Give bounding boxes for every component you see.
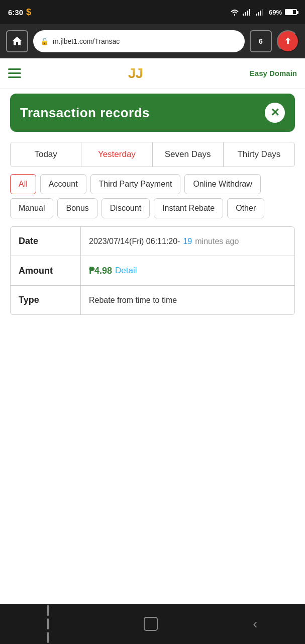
nav-home-button[interactable]	[144, 617, 158, 631]
page-banner: Transaction records ✕	[10, 94, 295, 132]
date-ago-number: 19	[183, 237, 192, 246]
svg-rect-7	[262, 9, 263, 16]
date-btn-seven[interactable]: Seven Days	[153, 142, 224, 167]
svg-rect-2	[247, 11, 248, 16]
transaction-table: Date 2023/07/14(Fri) 06:11:20-19 minutes…	[10, 226, 295, 315]
status-bar: 6:30 $ 69%	[0, 0, 305, 24]
date-filter-row: Today Yesterday Seven Days Thirty Days	[10, 142, 295, 167]
close-button[interactable]: ✕	[265, 103, 285, 123]
battery-icon	[285, 9, 297, 15]
cat-btn-discount[interactable]: Discount	[101, 198, 150, 218]
battery-percent: 69%	[269, 9, 282, 16]
cat-btn-bonus[interactable]: Bonus	[57, 198, 97, 218]
svg-rect-1	[245, 12, 246, 16]
upload-button[interactable]	[277, 30, 299, 52]
date-main: 2023/07/14(Fri) 06:11:20-	[89, 237, 180, 246]
hamburger-button[interactable]	[8, 68, 21, 78]
logo-text: JJ	[128, 65, 143, 82]
recents-icon	[47, 605, 49, 643]
filter-section: Today Yesterday Seven Days Thirty Days A…	[0, 132, 305, 218]
amount-label: Amount	[11, 256, 81, 285]
cat-btn-all[interactable]: All	[10, 174, 36, 194]
date-label: Date	[11, 227, 81, 256]
category-filter: All Account Third Party Payment Online W…	[10, 174, 295, 218]
table-row-date: Date 2023/07/14(Fri) 06:11:20-19 minutes…	[11, 227, 294, 256]
cat-btn-account[interactable]: Account	[40, 174, 86, 194]
bottom-nav: ‹	[0, 604, 305, 644]
hamburger-line2	[8, 72, 21, 74]
nav-back-button[interactable]: ‹	[253, 616, 257, 632]
cat-btn-other[interactable]: Other	[227, 198, 264, 218]
table-row-type: Type Rebate from time to time	[11, 286, 294, 314]
wifi-icon	[230, 9, 240, 16]
detail-link[interactable]: Detail	[115, 266, 137, 276]
url-text: m.jlbet1.com/Transac	[53, 37, 120, 45]
type-value: Rebate from time to time	[81, 286, 294, 314]
amount-value: ₱4.98 Detail	[81, 256, 294, 285]
cat-btn-third-party[interactable]: Third Party Payment	[90, 174, 181, 194]
lock-icon: 🔒	[40, 37, 49, 45]
back-icon: ‹	[253, 616, 257, 632]
home-nav-icon	[144, 617, 158, 631]
table-row-amount: Amount ₱4.98 Detail	[11, 256, 294, 286]
signal2-icon	[256, 9, 266, 16]
svg-rect-5	[258, 12, 259, 16]
tab-button[interactable]: 6	[250, 30, 272, 52]
date-btn-today[interactable]: Today	[11, 142, 81, 167]
date-btn-yesterday[interactable]: Yesterday	[81, 142, 152, 167]
status-left: 6:30 $	[8, 7, 31, 18]
date-ago-text: minutes ago	[195, 237, 239, 246]
svg-rect-0	[243, 14, 244, 16]
date-btn-thirty[interactable]: Thirty Days	[224, 142, 294, 167]
svg-rect-4	[256, 14, 257, 16]
amount-number: ₱4.98	[89, 265, 112, 276]
upload-icon	[282, 36, 293, 47]
cat-btn-manual[interactable]: Manual	[10, 198, 53, 218]
type-label: Type	[11, 286, 81, 314]
status-time: 6:30	[8, 8, 23, 17]
page-title: Transaction records	[20, 105, 150, 121]
hamburger-line1	[8, 68, 21, 70]
status-icon: $	[26, 7, 31, 18]
home-icon	[11, 35, 23, 47]
url-bar[interactable]: 🔒 m.jlbet1.com/Transac	[33, 30, 245, 52]
browser-bar: 🔒 m.jlbet1.com/Transac 6	[0, 24, 305, 58]
date-value: 2023/07/14(Fri) 06:11:20-19 minutes ago	[81, 227, 294, 256]
easy-domain-link[interactable]: Easy Domain	[250, 69, 297, 77]
svg-rect-3	[249, 9, 250, 16]
close-icon: ✕	[270, 107, 279, 118]
site-header: JJ Easy Domain	[0, 58, 305, 89]
logo: JJ	[128, 65, 143, 82]
main-content: JJ Easy Domain Transaction records ✕ Tod…	[0, 58, 305, 604]
hamburger-line3	[8, 76, 21, 78]
cat-btn-online-withdraw[interactable]: Online Withdraw	[184, 174, 260, 194]
home-button[interactable]	[6, 30, 28, 52]
status-right: 69%	[230, 9, 297, 16]
cat-btn-instant-rebate[interactable]: Instant Rebate	[154, 198, 223, 218]
svg-rect-6	[260, 11, 261, 16]
nav-recents-button[interactable]	[47, 605, 49, 643]
signal-icon	[243, 9, 253, 16]
